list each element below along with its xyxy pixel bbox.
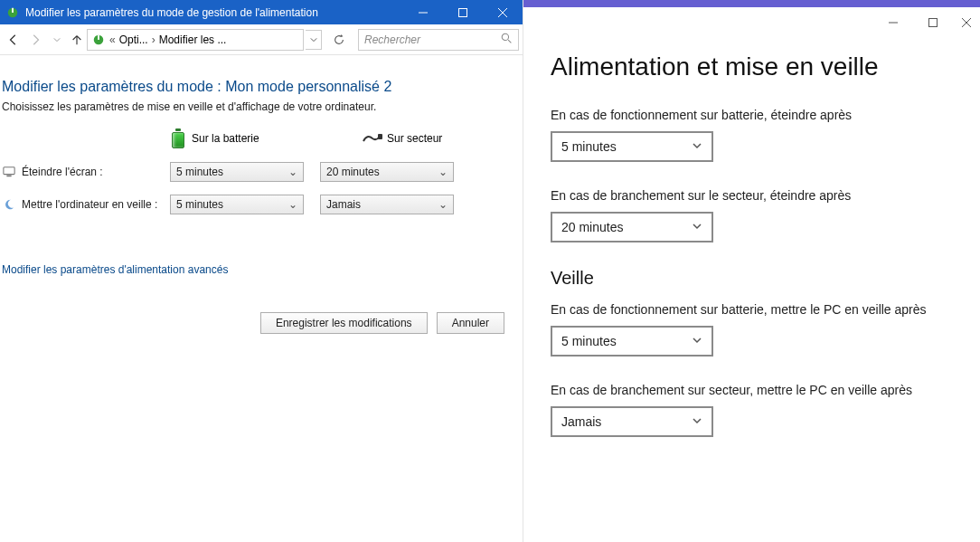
- back-button[interactable]: [4, 30, 24, 50]
- chevron-down-icon: [692, 220, 702, 234]
- page-subtitle: Choisissez les paramètres de mise en vei…: [2, 100, 515, 113]
- titlebar[interactable]: Modifier les paramètres du mode de gesti…: [0, 0, 523, 24]
- screen-battery-label: En cas de fonctionnement sur batterie, é…: [551, 107, 939, 124]
- battery-column-label: Sur la batterie: [192, 132, 259, 145]
- screen-off-battery-select[interactable]: 5 minutes ⌄: [170, 162, 304, 182]
- settings-title: Alimentation et mise en veille: [551, 52, 962, 81]
- svg-line-9: [508, 40, 511, 43]
- power-options-icon: [5, 5, 20, 20]
- search-input[interactable]: [358, 29, 519, 51]
- power-options-icon: [91, 33, 106, 47]
- svg-rect-1: [12, 7, 14, 12]
- svg-rect-12: [6, 176, 11, 177]
- svg-rect-10: [378, 134, 382, 139]
- chevron-down-icon: [692, 139, 702, 154]
- close-button[interactable]: [483, 0, 523, 24]
- button-row: Enregistrer les modifications Annuler: [0, 276, 515, 334]
- sleep-section-heading: Veille: [551, 268, 962, 289]
- recent-dropdown[interactable]: [47, 30, 67, 50]
- chevron-down-icon: [692, 414, 702, 429]
- sleep-ac-label: En cas de branchement sur secteur, mettr…: [551, 382, 939, 399]
- refresh-button[interactable]: [329, 29, 349, 51]
- chevron-down-icon: ⌄: [437, 198, 449, 211]
- plugged-column-header: Sur secteur: [362, 132, 497, 145]
- window-title: Modifier les paramètres du mode de gesti…: [25, 6, 403, 19]
- settings-accent-bar: [523, 0, 980, 7]
- chevron-down-icon: ⌄: [287, 166, 299, 178]
- monitor-icon: [2, 165, 16, 179]
- sleep-battery-label: En cas de fonctionnement sur batterie, m…: [551, 301, 939, 319]
- svg-rect-14: [929, 19, 938, 27]
- settings-content: Alimentation et mise en veille En cas de…: [523, 7, 980, 462]
- minimize-button[interactable]: [403, 0, 443, 24]
- page-title: Modifier les paramètres du mode : Mon mo…: [2, 79, 515, 95]
- chevron-right-icon: ›: [152, 33, 155, 46]
- battery-icon: [172, 128, 186, 148]
- chevron-down-icon: ⌄: [287, 198, 299, 211]
- up-button[interactable]: [69, 30, 85, 50]
- sleep-battery-select[interactable]: 5 minutes ⌄: [170, 195, 304, 214]
- breadcrumb-history-button[interactable]: [306, 30, 322, 50]
- save-button[interactable]: Enregistrer les modifications: [260, 312, 428, 334]
- sleep-ac-select[interactable]: Jamais: [551, 406, 713, 437]
- minimize-button[interactable]: [873, 9, 913, 36]
- chevron-left-icon: «: [109, 33, 116, 46]
- sleep-row: Mettre l'ordinateur en veille : 5 minute…: [0, 193, 515, 216]
- advanced-settings-link[interactable]: Modifier les paramètres d'alimentation a…: [2, 263, 228, 276]
- sleep-label: Mettre l'ordinateur en veille :: [0, 197, 170, 212]
- columns-header: Sur la batterie Sur secteur: [172, 126, 515, 151]
- control-panel-window: Modifier les paramètres du mode de gesti…: [0, 0, 523, 542]
- forward-button[interactable]: [25, 30, 45, 50]
- breadcrumb[interactable]: « Opti... › Modifier les ...: [87, 29, 304, 51]
- plugged-column-label: Sur secteur: [387, 132, 442, 145]
- screen-ac-label: En cas de branchement sur le secteur, ét…: [551, 187, 939, 204]
- screen-off-row: Éteindre l'écran : 5 minutes ⌄ 20 minute…: [0, 160, 515, 184]
- screen-off-plugged-select[interactable]: 20 minutes ⌄: [320, 162, 454, 182]
- sleep-plugged-select[interactable]: Jamais ⌄: [320, 195, 454, 214]
- breadcrumb-segment[interactable]: Modifier les ...: [159, 33, 227, 46]
- moon-icon: [2, 197, 16, 212]
- content-area: Modifier les paramètres du mode : Mon mo…: [0, 55, 523, 334]
- chevron-down-icon: [692, 334, 702, 348]
- screen-off-label: Éteindre l'écran :: [0, 165, 170, 179]
- chevron-down-icon: ⌄: [437, 166, 449, 178]
- search-field[interactable]: [364, 33, 501, 46]
- window-controls: [403, 0, 523, 24]
- svg-rect-3: [459, 8, 467, 16]
- settings-window: Alimentation et mise en veille En cas de…: [523, 0, 980, 542]
- maximize-button[interactable]: [443, 0, 483, 24]
- plug-icon: [362, 132, 382, 145]
- search-icon: [501, 33, 513, 47]
- maximize-button[interactable]: [913, 9, 953, 36]
- sleep-battery-select[interactable]: 5 minutes: [551, 326, 713, 357]
- close-button[interactable]: [953, 9, 980, 36]
- svg-rect-11: [4, 167, 14, 175]
- navbar: « Opti... › Modifier les ...: [0, 24, 523, 55]
- svg-rect-7: [98, 34, 99, 39]
- battery-column-header: Sur la batterie: [172, 128, 307, 148]
- svg-point-8: [502, 33, 508, 40]
- breadcrumb-segment[interactable]: Opti...: [119, 33, 148, 46]
- screen-ac-select[interactable]: 20 minutes: [551, 212, 713, 242]
- cancel-button[interactable]: Annuler: [437, 312, 504, 334]
- settings-window-controls: [873, 9, 980, 36]
- screen-battery-select[interactable]: 5 minutes: [551, 131, 713, 162]
